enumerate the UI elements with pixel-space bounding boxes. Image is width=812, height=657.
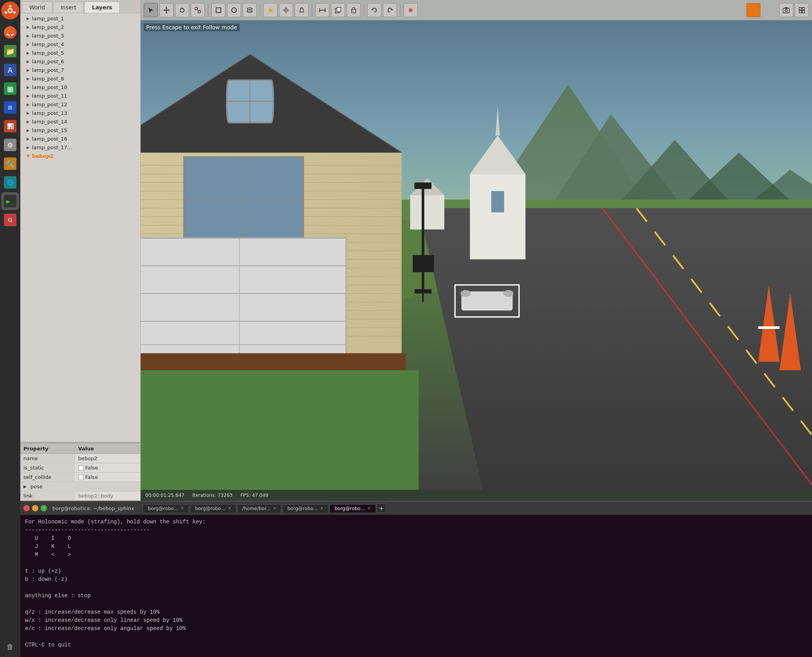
terminal-maximize-button[interactable] [41,505,47,511]
svg-marker-11 [179,11,181,12]
terminal-tab-1[interactable]: borg@robo... ✕ [143,504,189,512]
terminal-close-button[interactable] [23,505,30,511]
svg-point-4 [5,11,7,14]
prop-isstatic-value[interactable]: False [75,464,140,472]
term-line-blank3 [25,600,807,608]
taskbar-icon-settings[interactable]: ⚙ [1,136,19,154]
terminal-add-tab-button[interactable]: + [377,503,386,513]
tree-item-lamp6[interactable]: ▶ lamp_post_6 [20,57,140,66]
tool-rotate[interactable] [175,3,189,17]
tool-redo[interactable] [383,3,397,17]
taskbar-icon-presentation[interactable]: 📊 [1,117,19,135]
tab-layers[interactable]: Layers [84,2,120,13]
tree-item-lamp7[interactable]: ▶ lamp_post_7 [20,66,140,74]
tool-record[interactable] [404,3,418,17]
tool-translate[interactable] [159,3,173,17]
taskbar-icon-wrench[interactable]: 🔧 [1,155,19,173]
prop-isstatic-checkbox[interactable] [78,465,84,471]
tool-snap[interactable] [315,3,329,17]
taskbar-icon-network[interactable]: 🌐 [1,173,19,191]
prop-name-label: name [20,454,75,462]
tree-item-lamp5[interactable]: ▶ lamp_post_5 [20,48,140,57]
terminal-tab-2[interactable]: borg@robo... ✕ [190,504,236,512]
term-line-blank5 [25,649,807,657]
terminal-tab-2-close[interactable]: ✕ [228,506,231,511]
tool-spot-light[interactable] [295,3,309,17]
tree-item-lamp17[interactable]: ▶ lamp_post_17... [20,143,140,152]
tree-arrow-lamp1: ▶ [27,16,31,21]
tool-scale[interactable] [191,3,205,17]
tool-select[interactable] [144,3,158,17]
term-line-wx: w/x : increase/decrease only linear spee… [25,616,807,625]
terminal-tab-4-close[interactable]: ✕ [320,506,324,511]
svg-line-29 [272,8,273,9]
tool-screenshot[interactable] [779,3,793,17]
svg-rect-100 [141,238,346,366]
viewport[interactable]: Press Escape to exit Follow mode [141,0,812,501]
tool-sun[interactable] [263,3,277,17]
terminal-content[interactable]: For Holonomic mode (strafing), hold down… [20,515,812,657]
tree-item-lamp8[interactable]: ▶ lamp_post_8 [20,74,140,83]
svg-rect-118 [413,255,434,272]
tab-world[interactable]: World [22,2,52,13]
svg-rect-111 [491,191,504,212]
tool-grid-view[interactable] [795,3,809,17]
tree-item-lamp14[interactable]: ▶ lamp_post_14 [20,117,140,126]
term-line-blank2 [25,584,807,592]
taskbar-icon-files[interactable]: 📁 [1,42,19,60]
properties-header: Property Value [20,444,140,454]
tool-point-light[interactable] [279,3,293,17]
tree-item-bebop2[interactable]: ▼ bebop2 [20,152,140,160]
tab-insert[interactable]: Insert [53,2,84,13]
tree-item-lamp11[interactable]: ▶ lamp_post_11 [20,91,140,100]
svg-point-22 [269,9,272,12]
terminal-tab-5-close[interactable]: ✕ [367,506,371,511]
prop-header-col1: Property [20,445,75,453]
prop-selfcollide-checkbox[interactable] [78,475,84,480]
tree-item-lamp12[interactable]: ▶ lamp_post_12 [20,100,140,109]
tool-sphere[interactable] [227,3,241,17]
terminal-tab-1-close[interactable]: ✕ [181,506,184,511]
tree-item-lamp15[interactable]: ▶ lamp_post_15 [20,126,140,134]
prop-selfcollide-value[interactable]: False [75,473,140,481]
tree-item-lamp1[interactable]: ▶ lamp_post_1 [20,14,140,23]
tree-item-lamp10[interactable]: ▶ lamp_post_10 [20,83,140,91]
tool-undo[interactable] [367,3,381,17]
taskbar-icon-spreadsheet[interactable]: ▦ [1,80,19,98]
tree-item-lamp16[interactable]: ▶ lamp_post_16 [20,134,140,143]
terminal-tab-3-close[interactable]: ✕ [273,506,276,511]
term-line-ec: e/c : increase/decrease only angular spe… [25,625,807,633]
tree-item-lamp2[interactable]: ▶ lamp_post_2 [20,23,140,31]
tree-item-lamp13[interactable]: ▶ lamp_post_13 [20,109,140,117]
top-section: World Insert Layers ▶ lamp_post_1 ▶ lamp… [20,0,812,501]
terminal-tab-5[interactable]: borg@robo... ✕ [329,504,376,512]
taskbar-icon-calc[interactable]: ⊞ [1,98,19,116]
tool-copy[interactable] [331,3,345,17]
taskbar-icon-firefox[interactable]: 🦊 [1,23,19,41]
prop-row-link: link bebop2::body [20,491,140,501]
terminal-tab-3[interactable]: /home/bor... ✕ [237,504,282,512]
tool-box[interactable] [211,3,225,17]
prop-row-pose[interactable]: ▶ pose [20,482,140,491]
terminal-tab-4[interactable]: borg@robo... ✕ [282,504,329,512]
taskbar-icon-terminal[interactable]: ▶_ [1,192,19,210]
terminal-minimize-button[interactable] [32,505,38,511]
prop-link-value[interactable]: bebop2::body [75,492,140,500]
taskbar-icon-gazebo[interactable]: G [1,211,19,229]
taskbar-icon-ubuntu[interactable] [1,2,19,20]
status-fps: FPS: 47.049 [240,493,268,498]
prop-header-col2: Value [75,445,97,453]
tool-paste[interactable] [347,3,361,17]
taskbar-icon-text[interactable]: A [1,61,19,79]
prop-name-value[interactable]: bebop2 [75,454,140,462]
taskbar-icon-trash[interactable]: 🗑 [1,637,19,655]
tree-item-lamp4[interactable]: ▶ lamp_post_4 [20,40,140,48]
svg-rect-53 [802,7,805,10]
tree-item-lamp3[interactable]: ▶ lamp_post_3 [20,31,140,40]
svg-marker-9 [163,9,165,11]
tool-color-picker[interactable] [746,3,760,17]
svg-line-30 [268,12,269,12]
terminal-window: borg@robotica: ~/bebop_sphinx borg@robo.… [20,501,812,657]
tool-cylinder[interactable] [243,3,257,17]
scene-tree[interactable]: ▶ lamp_post_1 ▶ lamp_post_2 ▶ lamp_post_… [20,13,140,442]
